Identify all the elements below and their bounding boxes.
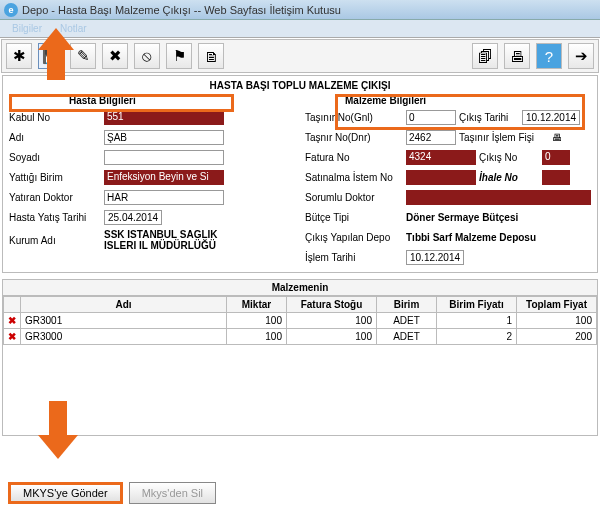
sorumlu-value[interactable] [406, 190, 591, 205]
depo-value: Tıbbi Sarf Malzeme Deposu [406, 232, 536, 243]
toolbar: ✱ 💾 ✎ ✖ ⦸ ⚑ 🗎 🗐 🖶 ? ➔ [1, 39, 599, 73]
flag-button[interactable]: ⚑ [166, 43, 192, 69]
dnr-input[interactable] [406, 130, 456, 145]
doc-button[interactable]: 🗎 [198, 43, 224, 69]
copy-button[interactable]: 🗐 [472, 43, 498, 69]
cell-toplam: 100 [517, 313, 597, 329]
items-table: Adı Miktar Fatura Stoğu Birim Birim Fiya… [3, 296, 597, 345]
cikisno-label: Çıkış No [479, 152, 539, 163]
adi-label: Adı [9, 132, 101, 143]
col-miktar: Miktar [227, 297, 287, 313]
yatis-date[interactable]: 25.04.2014 [104, 210, 162, 225]
col-stogu: Fatura Stoğu [287, 297, 377, 313]
cell-fiyat: 1 [437, 313, 517, 329]
items-grid: Malzemenin Adı Miktar Fatura Stoğu Birim… [2, 279, 598, 436]
cikisno-value[interactable]: 0 [542, 150, 570, 165]
gnl-label: Taşınır No(Gnl) [305, 112, 403, 123]
cell-birim: ADET [377, 329, 437, 345]
form-box: HASTA BAŞI TOPLU MALZEME ÇIKIŞI Hasta Bi… [2, 75, 598, 273]
butce-label: Bütçe Tipi [305, 212, 403, 223]
patient-section: Hasta Bilgileri Kabul No 551 Adı Soyadı … [9, 95, 295, 266]
col-fiyat: Birim Fiyatı [437, 297, 517, 313]
window-title: Depo - Hasta Başı Malzeme Çıkışı -- Web … [22, 4, 341, 16]
table-row[interactable]: ✖ GR3001 100 100 ADET 1 100 [4, 313, 597, 329]
mkys-send-button[interactable]: MKYS'ye Gönder [8, 482, 123, 504]
exit-button[interactable]: ➔ [568, 43, 594, 69]
annotation-arrow-send [38, 401, 78, 459]
cell-stogu: 100 [287, 329, 377, 345]
forbid-button[interactable]: ⦸ [134, 43, 160, 69]
material-section: Malzeme Bilgileri Taşınır No(Gnl) Çıkış … [305, 95, 591, 266]
cell-stogu: 100 [287, 313, 377, 329]
kurum-label: Kurum Adı [9, 235, 101, 246]
faturano-value[interactable]: 4324 [406, 150, 476, 165]
cell-fiyat: 2 [437, 329, 517, 345]
dnr-label: Taşnır No(Dnr) [305, 132, 403, 143]
satinalma-label: Satınalma İstem No [305, 172, 403, 183]
cikistarih-label: Çıkış Tarihi [459, 112, 519, 123]
mkys-delete-button[interactable]: Mkys'den Sil [129, 482, 216, 504]
form-title: HASTA BAŞI TOPLU MALZEME ÇIKIŞI [9, 80, 591, 91]
cikistarih-date[interactable]: 10.12.2014 [522, 110, 580, 125]
ie-icon: e [4, 3, 18, 17]
islemfisi-label: Taşınır İşlem Fişi [459, 132, 549, 143]
birim-value[interactable]: Enfeksiyon Beyin ve Si [104, 170, 224, 185]
ihale-label: İhale No [479, 172, 539, 183]
doktor-input[interactable] [104, 190, 224, 205]
cell-toplam: 200 [517, 329, 597, 345]
grid-title: Malzemenin [3, 280, 597, 296]
butce-value: Döner Sermaye Bütçesi [406, 212, 518, 223]
soyadi-label: Soyadı [9, 152, 101, 163]
gnl-input[interactable] [406, 110, 456, 125]
print-fisi-icon[interactable]: 🖶 [552, 132, 562, 143]
islemtarih-date[interactable]: 10.12.2014 [406, 250, 464, 265]
soyadi-input[interactable] [104, 150, 224, 165]
ihale-value[interactable] [542, 170, 570, 185]
sorumlu-label: Sorumlu Doktor [305, 192, 403, 203]
delete-button[interactable]: ✖ [102, 43, 128, 69]
islemtarih-label: İşlem Tarihi [305, 252, 403, 263]
cell-miktar: 100 [227, 329, 287, 345]
kabulno-label: Kabul No [9, 112, 101, 123]
section-head-patient: Hasta Bilgileri [9, 95, 295, 106]
print-button[interactable]: 🖶 [504, 43, 530, 69]
row-delete-icon[interactable]: ✖ [4, 329, 21, 345]
section-head-material: Malzeme Bilgileri [305, 95, 591, 106]
kabulno-value[interactable]: 551 [104, 110, 224, 125]
col-birim: Birim [377, 297, 437, 313]
cell-birim: ADET [377, 313, 437, 329]
yatis-label: Hasta Yatış Tarihi [9, 212, 101, 223]
col-adi: Adı [21, 297, 227, 313]
cell-adi: GR3000 [21, 329, 227, 345]
cell-miktar: 100 [227, 313, 287, 329]
satinalma-value[interactable] [406, 170, 476, 185]
birim-label: Yattığı Birim [9, 172, 101, 183]
depo-label: Çıkış Yapılan Depo [305, 232, 403, 243]
adi-input[interactable] [104, 130, 224, 145]
col-toplam: Toplam Fiyat [517, 297, 597, 313]
kurum-value: SSK ISTANBUL SAGLIK ISLERI IL MÜDÜRLÜĞÜ [104, 229, 244, 251]
help-button[interactable]: ? [536, 43, 562, 69]
row-delete-icon[interactable]: ✖ [4, 313, 21, 329]
window-titlebar: e Depo - Hasta Başı Malzeme Çıkışı -- We… [0, 0, 600, 20]
table-row[interactable]: ✖ GR3000 100 100 ADET 2 200 [4, 329, 597, 345]
cell-adi: GR3001 [21, 313, 227, 329]
tab-strip: Bilgiler Notlar [0, 20, 600, 38]
new-button[interactable]: ✱ [6, 43, 32, 69]
doktor-label: Yatıran Doktor [9, 192, 101, 203]
annotation-arrow-save [38, 28, 74, 80]
bottom-bar: MKYS'ye Gönder Mkys'den Sil [2, 479, 598, 507]
faturano-label: Fatura No [305, 152, 403, 163]
